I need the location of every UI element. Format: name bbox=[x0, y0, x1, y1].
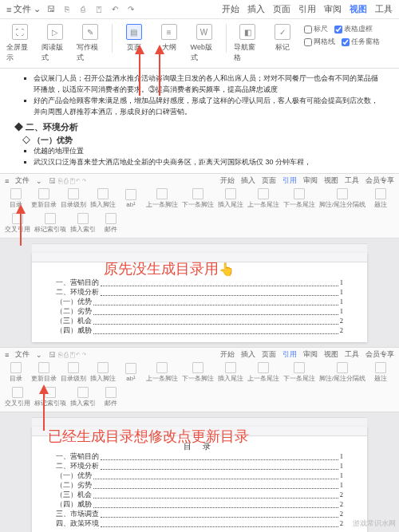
save-icon[interactable]: 🖫 bbox=[45, 4, 57, 15]
reading-icon: ▷ bbox=[47, 24, 63, 40]
ribbon-item[interactable]: 目录级别 bbox=[61, 362, 86, 383]
document-page[interactable]: 目 录 一、营销目的1二、环境分析1（一）优势1（二）劣势1（三）机会2（四）威… bbox=[32, 427, 367, 532]
tab[interactable]: 插入 bbox=[241, 349, 255, 360]
ribbon-item[interactable]: 插入尾注 bbox=[218, 362, 243, 383]
toc-entry[interactable]: （二）劣势1 bbox=[56, 307, 343, 317]
outline-button[interactable]: ≡大纲 bbox=[156, 24, 183, 53]
ribbon-item[interactable]: 更新目录 bbox=[31, 188, 57, 209]
ribbon-item[interactable]: ab¹ bbox=[120, 363, 142, 382]
ribbon-item[interactable]: 上一条脚注 bbox=[146, 362, 178, 383]
toc-entry[interactable]: （四）威胁2 bbox=[56, 500, 343, 510]
ribbon-item[interactable]: 标记索引项 bbox=[34, 387, 66, 408]
ribbon-item[interactable]: 标记索引项 bbox=[34, 213, 66, 234]
toc-entry[interactable]: （四）威胁2 bbox=[56, 326, 343, 336]
ribbon-item[interactable]: 目录 bbox=[5, 188, 27, 209]
tab-page[interactable]: 页面 bbox=[273, 3, 290, 15]
tab-reference-active[interactable]: 引用 bbox=[282, 175, 297, 186]
tab[interactable]: 会员专享 bbox=[365, 349, 394, 360]
task-pane-checkbox[interactable]: 任务窗格 bbox=[342, 37, 380, 47]
tab-view[interactable]: 视图 bbox=[350, 3, 367, 15]
ribbon-item[interactable]: 插入脚注 bbox=[90, 188, 116, 209]
markup-button[interactable]: ✓标记 bbox=[269, 24, 296, 53]
ruler-checkbox[interactable]: 标尺 bbox=[304, 24, 328, 34]
toc-entry[interactable]: （三）机会2 bbox=[56, 491, 343, 500]
writing-mode-button[interactable]: ✎写作模式 bbox=[77, 24, 104, 63]
tab[interactable]: 审阅 bbox=[303, 349, 318, 360]
ribbon-item[interactable]: ab¹ bbox=[120, 189, 142, 208]
toc-entry[interactable]: 一、营销目的1 bbox=[56, 452, 343, 462]
ribbon-item[interactable]: 插入脚注 bbox=[90, 362, 116, 383]
toc-entry[interactable]: （一）优势1 bbox=[56, 298, 343, 307]
ribbon-item[interactable]: 脚注/尾注分隔线 bbox=[319, 362, 365, 383]
ribbon-item[interactable]: 插入索引 bbox=[70, 213, 96, 234]
ribbon-item[interactable]: 下一条脚注 bbox=[182, 362, 214, 383]
ribbon-item[interactable]: 题注 bbox=[369, 188, 392, 209]
ribbon-item[interactable]: 题注 bbox=[369, 362, 392, 383]
table-gridlines-checkbox[interactable]: 表格虚框 bbox=[334, 24, 373, 34]
redo-icon[interactable]: ↷ bbox=[125, 4, 136, 15]
undo-icon[interactable]: ↶ bbox=[109, 4, 120, 15]
toc-entry[interactable]: （一）优势1 bbox=[56, 471, 343, 481]
file-menu-label: 文件 bbox=[14, 3, 31, 15]
tab-tools[interactable]: 工具 bbox=[375, 3, 393, 15]
tab-reference-active[interactable]: 引用 bbox=[282, 349, 297, 360]
ribbon-item[interactable]: 插入索引 bbox=[70, 387, 96, 408]
file-menu-label[interactable]: 文件 bbox=[15, 175, 30, 186]
tool-label: 交叉引用 bbox=[5, 399, 30, 408]
tab[interactable]: 页面 bbox=[262, 349, 276, 360]
fullscreen-button[interactable]: ⛶全屏显示 bbox=[6, 24, 34, 63]
toc-entry[interactable]: 二、环境分析1 bbox=[56, 288, 343, 298]
new-icon[interactable]: ⎘ bbox=[61, 4, 73, 15]
document-page[interactable]: 一、营销目的1二、环境分析1（一）优势1（二）劣势1（三）机会2（四）威胁2 bbox=[32, 253, 367, 342]
tab[interactable]: 视图 bbox=[324, 175, 338, 186]
gridlines-checkbox[interactable]: 网格线 bbox=[304, 37, 335, 47]
nav-pane-button[interactable]: ◧导航窗格 bbox=[234, 24, 261, 63]
tab[interactable]: 开始 bbox=[220, 349, 235, 360]
ribbon-item[interactable]: 下一条尾注 bbox=[283, 362, 315, 383]
sub-menu-tabs: ≡文件⌄ 🖫 ⎘ ⎙ ⍞ ↶ ↷ 开始 插入 页面 引用 审阅 视图 工具 会员… bbox=[5, 175, 394, 186]
print-icon[interactable]: ⎙ bbox=[77, 4, 89, 15]
ribbon-item[interactable]: 上一条脚注 bbox=[146, 188, 178, 209]
tab-reference[interactable]: 引用 bbox=[298, 3, 316, 15]
web-layout-button[interactable]: WWeb版式 bbox=[191, 24, 218, 63]
tab-insert[interactable]: 插入 bbox=[247, 3, 265, 15]
chevron-down-icon: ⌄ bbox=[34, 4, 41, 14]
ribbon-item[interactable]: 交叉引用 bbox=[5, 213, 30, 234]
ribbon-item[interactable]: 目录级别 bbox=[61, 188, 86, 209]
tab[interactable]: 审阅 bbox=[303, 175, 318, 186]
preview-icon[interactable]: ⍞ bbox=[93, 4, 105, 15]
tab[interactable]: 工具 bbox=[345, 349, 359, 360]
toc-entry[interactable]: 四、政策环境2 bbox=[56, 519, 343, 529]
ribbon-item[interactable]: 更新目录 bbox=[31, 362, 57, 383]
page-view-button[interactable]: ▤页面 bbox=[120, 24, 148, 53]
tool-icon bbox=[45, 387, 56, 398]
toc-entry[interactable]: 一、营销目的1 bbox=[56, 278, 343, 288]
ribbon-item[interactable]: 交叉引用 bbox=[5, 387, 30, 408]
ribbon-item[interactable]: 邮件 bbox=[100, 213, 122, 234]
tab[interactable]: 会员专享 bbox=[365, 175, 394, 186]
tab[interactable]: 页面 bbox=[262, 175, 276, 186]
tab-review[interactable]: 审阅 bbox=[324, 3, 342, 15]
ribbon-item[interactable]: 目录 bbox=[5, 362, 27, 383]
tool-label: 目录级别 bbox=[61, 200, 86, 209]
tool-icon bbox=[12, 213, 23, 224]
ribbon-item[interactable]: 上一条尾注 bbox=[247, 188, 279, 209]
toc-entry[interactable]: 三、市场调查2 bbox=[56, 510, 343, 519]
tab[interactable]: 开始 bbox=[220, 175, 235, 186]
toc-entry[interactable]: 二、环境分析1 bbox=[56, 462, 343, 471]
tab[interactable]: 插入 bbox=[241, 175, 255, 186]
tab[interactable]: 工具 bbox=[345, 175, 359, 186]
ribbon-item[interactable]: 邮件 bbox=[100, 387, 122, 408]
toc-entry[interactable]: （二）劣势1 bbox=[56, 481, 343, 491]
ribbon-item[interactable]: 下一条脚注 bbox=[182, 188, 214, 209]
toc-entry[interactable]: （三）机会2 bbox=[56, 317, 343, 326]
file-menu-label[interactable]: 文件 bbox=[15, 349, 30, 360]
ribbon-item[interactable]: 上一条尾注 bbox=[247, 362, 279, 383]
tab[interactable]: 视图 bbox=[324, 349, 338, 360]
file-menu-dropdown[interactable]: ≡ 文件 ⌄ bbox=[6, 3, 41, 15]
tab-start[interactable]: 开始 bbox=[222, 3, 239, 15]
ribbon-item[interactable]: 插入尾注 bbox=[218, 188, 243, 209]
ribbon-item[interactable]: 脚注/尾注分隔线 bbox=[319, 188, 365, 209]
ribbon-item[interactable]: 下一条尾注 bbox=[283, 188, 315, 209]
reading-layout-button[interactable]: ▷阅读版式 bbox=[41, 24, 69, 63]
